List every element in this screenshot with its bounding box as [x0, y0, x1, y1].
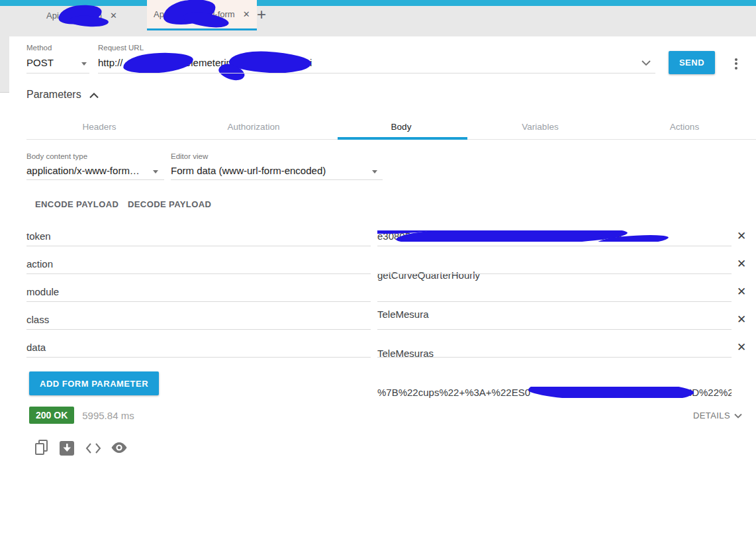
preview-eye-icon[interactable]	[110, 441, 128, 454]
param-value-underline	[377, 301, 732, 302]
param-value-underline	[377, 357, 732, 358]
details-label: DETAILS	[693, 411, 730, 420]
param-name-underline	[26, 273, 371, 274]
param-name-underline	[26, 301, 371, 302]
request-url-label: Request URL	[98, 44, 144, 52]
copy-icon[interactable]	[34, 439, 49, 456]
param-name-input[interactable]: class	[26, 314, 49, 325]
decode-payload-button[interactable]: DECODE PAYLOAD	[128, 199, 211, 209]
param-name-underline	[26, 357, 371, 358]
request-url-input[interactable]: http://.telemetering.nn/api	[98, 57, 654, 68]
param-name-input[interactable]: action	[26, 258, 53, 270]
code-view-icon[interactable]	[85, 442, 102, 454]
tab-variables[interactable]: Variables	[522, 122, 558, 132]
tab-headers[interactable]: Headers	[82, 122, 116, 132]
content-type-label: Body content type	[26, 152, 87, 160]
save-download-icon[interactable]	[60, 441, 74, 456]
delete-param-icon[interactable]: ✕	[737, 314, 746, 325]
response-status-row: 200 OK 5995.84 ms	[29, 407, 134, 424]
caret-down-icon[interactable]	[81, 62, 87, 66]
param-value-underline	[377, 329, 732, 330]
param-value-underline	[377, 246, 732, 246]
chevron-down-icon	[734, 413, 742, 418]
url-text: http://	[98, 57, 123, 68]
method-select[interactable]: POST	[26, 57, 54, 68]
param-value-input[interactable]: getCurveQuarterHourly	[377, 270, 732, 281]
redaction-scribble	[396, 230, 628, 242]
editor-view-select[interactable]: Form data (www-url-form-encoded)	[171, 165, 326, 176]
redaction-scribble	[122, 50, 194, 75]
method-label: Method	[26, 44, 52, 52]
add-form-parameter-button[interactable]: ADD FORM PARAMETER	[29, 371, 159, 395]
details-toggle[interactable]: DETAILS	[693, 411, 742, 420]
collapse-chevron-up-icon[interactable]	[89, 93, 99, 99]
method-underline	[26, 73, 89, 74]
param-value-text: ID%22%2C+%22initDat	[689, 387, 732, 398]
tab-actions[interactable]: Actions	[670, 122, 699, 132]
parameters-title: Parameters	[26, 89, 81, 101]
close-icon[interactable]: ✕	[110, 11, 117, 21]
api-client-window: Apin ✕ Apurl-form ✕ + Method POST Reques…	[0, 0, 756, 541]
more-options-kebab-icon[interactable]	[735, 56, 737, 71]
param-value-underline	[377, 273, 732, 274]
encode-payload-button[interactable]: ENCODE PAYLOAD	[35, 199, 118, 209]
content-type-select[interactable]: application/x-www-form…	[26, 165, 140, 176]
caret-down-icon[interactable]	[372, 170, 377, 173]
url-history-chevron-down-icon[interactable]	[641, 60, 651, 66]
close-icon[interactable]: ✕	[243, 9, 250, 19]
delete-param-icon[interactable]: ✕	[737, 230, 746, 242]
send-button[interactable]: SEND	[669, 51, 715, 74]
active-tab-underline	[338, 137, 467, 140]
status-badge: 200 OK	[29, 407, 74, 424]
param-name-underline	[26, 329, 371, 330]
param-name-input[interactable]: module	[26, 286, 59, 297]
tab-label: Api	[46, 11, 59, 21]
param-value-input[interactable]: TeleMesura	[377, 309, 732, 320]
delete-param-icon[interactable]: ✕	[737, 342, 746, 353]
editor-view-label: Editor view	[171, 152, 208, 160]
param-value-input[interactable]: e3080578439	[377, 230, 732, 242]
param-name-underline	[26, 246, 371, 246]
request-tab-2-active[interactable]: Apurl-form ✕	[147, 0, 257, 30]
response-time: 5995.84 ms	[82, 410, 134, 421]
delete-param-icon[interactable]: ✕	[737, 258, 746, 270]
caret-down-icon[interactable]	[153, 170, 158, 173]
param-value-text: %7B%22cups%22+%3A+%22ES0	[377, 387, 530, 398]
tab-label: Ap	[154, 9, 164, 19]
content-type-underline	[26, 179, 164, 180]
editor-view-underline	[171, 179, 383, 180]
redaction-scribble	[69, 14, 109, 27]
param-name-input[interactable]: data	[26, 342, 46, 353]
new-tab-button[interactable]: +	[257, 5, 266, 24]
delete-param-icon[interactable]: ✕	[737, 286, 746, 297]
param-value-input[interactable]: %7B%22cups%22+%3A+%22ES0ID%22%2C+%22init…	[377, 387, 732, 398]
tab-authorization[interactable]: Authorization	[228, 122, 280, 132]
url-underline	[98, 73, 655, 74]
left-gutter	[0, 36, 9, 93]
tab-body[interactable]: Body	[391, 122, 412, 132]
request-tab-1[interactable]: Apin ✕	[46, 0, 144, 30]
param-name-input[interactable]: token	[26, 230, 51, 242]
